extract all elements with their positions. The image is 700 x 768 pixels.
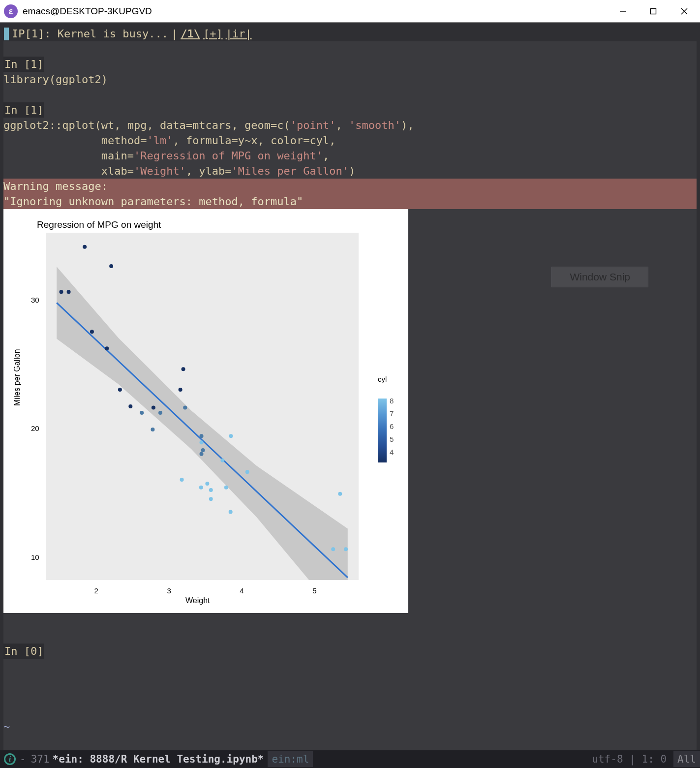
plot-ylabel: Miles per Gallon [9,349,25,406]
modeline-major-mode[interactable]: ein:ml [268,751,313,767]
window-close-button[interactable] [669,0,700,22]
window-titlebar: ε emacs@DESKTOP-3KUPGVD [0,0,700,23]
info-icon: i [4,753,16,765]
svg-point-44 [229,434,233,438]
svg-point-32 [220,459,224,462]
svg-point-20 [140,411,144,415]
svg-point-24 [200,440,204,444]
ggplot-output: Regression of MPG on weight2345102030Mil… [3,209,408,613]
legend-title: cyl [378,371,402,387]
cell-prompt: In [1] [3,57,44,72]
modeline-scroll-indicator: All [673,751,700,767]
plot-xlabel: Weight [185,593,210,608]
add-worksheet-button[interactable]: [+] [203,26,223,41]
svg-line-19 [57,303,348,578]
plot-legend: cyl87654 [378,371,402,462]
modeline-dash: - [20,753,26,765]
window-snip-button[interactable]: Window Snip [551,267,648,287]
svg-point-23 [183,406,187,410]
modeline-line-count: 371 [31,753,50,765]
svg-point-33 [224,486,228,490]
svg-point-49 [151,428,154,431]
svg-point-43 [229,510,233,514]
svg-point-30 [200,452,204,456]
legend-ticks: 87654 [390,395,394,459]
svg-point-48 [180,478,184,482]
editor-area[interactable]: IP[1]: Kernel is busy...|/1\[+]|ir| In [… [0,23,700,750]
plot-panel [46,233,359,580]
svg-point-28 [179,388,183,392]
svg-point-29 [200,434,204,438]
emacs-modeline: i - 371 *ein: 8888/R Kernel Testing.ipyn… [0,750,700,768]
cell-prompt: In [1] [3,102,44,118]
y-tick-label: 10 [31,550,39,565]
buffer-end-tilde: ~ [3,720,10,733]
modeline-buffer-name[interactable]: *ein: 8888/R Kernel Testing.ipynb* [53,753,264,765]
kernel-status: IP[1]: Kernel is busy... [12,26,168,41]
svg-point-51 [152,406,155,410]
svg-point-31 [245,470,249,474]
x-tick-label: 5 [312,583,316,598]
x-tick-label: 2 [94,583,98,598]
svg-point-36 [338,492,342,496]
code-line[interactable]: main='Regression of MPG on weight', [3,148,697,163]
modeline-encoding: utf-8 | 1: 0 [592,753,667,765]
worksheet-indicator[interactable]: /1\ [181,26,200,41]
window-title: emacs@DESKTOP-3KUPGVD [23,6,152,17]
x-tick-label: 3 [167,583,171,598]
svg-rect-1 [651,8,656,14]
code-line[interactable]: ggplot2::qplot(wt, mpg, data=mtcars, geo… [3,118,697,133]
svg-point-34 [331,547,335,551]
code-line[interactable]: method='lm', formula=y~x, color=cyl, [3,133,697,148]
svg-point-22 [118,388,122,392]
svg-point-26 [209,497,213,501]
svg-point-47 [60,290,63,294]
cell-prompt: In [0] [3,644,44,659]
emacs-app-icon: ε [4,4,18,18]
warning-output: Warning message: "Ignoring unknown param… [3,179,697,209]
svg-point-21 [158,411,162,415]
y-tick-label: 30 [31,292,39,307]
window-maximize-button[interactable] [638,0,669,22]
svg-point-38 [67,290,71,294]
svg-point-37 [109,264,113,268]
cursor [4,28,9,40]
svg-point-45 [90,330,94,334]
code-line[interactable]: library(ggplot2) [3,72,697,87]
svg-point-25 [201,448,205,452]
legend-colorbar [378,399,387,462]
svg-point-46 [105,346,109,350]
svg-marker-18 [57,267,348,580]
kernel-lang-indicator[interactable]: |ir| [226,26,252,41]
svg-point-42 [199,486,203,490]
svg-point-39 [83,245,87,249]
y-tick-label: 20 [31,421,39,436]
ein-header-line: IP[1]: Kernel is busy...|/1\[+]|ir| [3,26,697,41]
svg-point-27 [182,367,185,371]
svg-point-41 [205,482,209,486]
svg-point-35 [344,547,348,551]
window-minimize-button[interactable] [608,0,638,22]
x-tick-label: 4 [240,583,243,598]
code-line[interactable]: xlab='Weight', ylab='Miles per Gallon') [3,163,697,179]
svg-point-40 [128,404,132,408]
svg-point-50 [209,488,213,492]
plot-title: Regression of MPG on weight [37,217,161,232]
